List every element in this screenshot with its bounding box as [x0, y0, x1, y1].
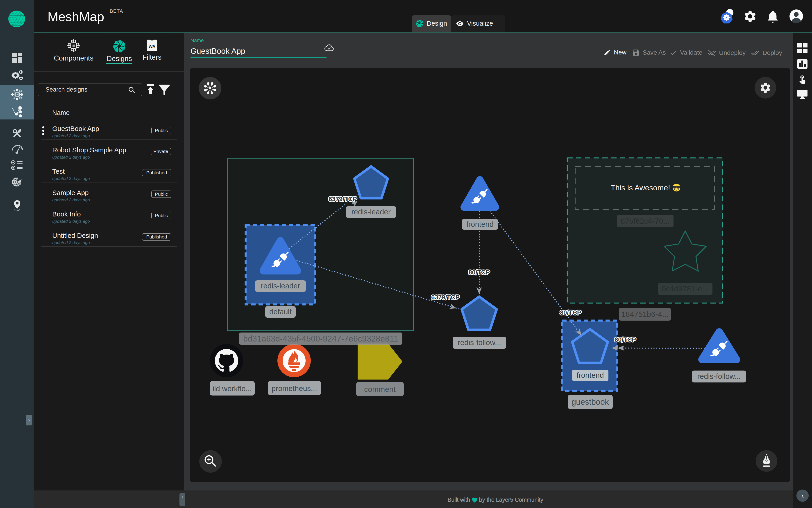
svg-text:comment: comment	[364, 385, 396, 393]
svg-text:bd31a63d-435f-4500-9247-7e6c93: bd31a63d-435f-4500-9247-7e6c9328e811	[243, 334, 398, 343]
svg-text:redis-leader: redis-leader	[261, 282, 300, 290]
svg-text:frontend: frontend	[466, 220, 494, 228]
svg-text:80/TCP: 80/TCP	[469, 269, 490, 276]
svg-text:80/TCP: 80/TCP	[560, 309, 581, 316]
svg-text:87bf62c4-70...: 87bf62c4-70...	[621, 217, 669, 225]
svg-text:guestbook: guestbook	[572, 397, 609, 407]
svg-text:0c4d9781-e...: 0c4d9781-e...	[662, 284, 708, 293]
svg-text:redis-leader: redis-leader	[351, 208, 390, 216]
svg-text:ild workflo...: ild workflo...	[212, 384, 252, 393]
svg-text:redis-follow...: redis-follow...	[458, 338, 501, 347]
svg-text:This is Awesome!: This is Awesome!	[611, 183, 670, 192]
svg-text:184751b6-4...: 184751b6-4...	[621, 310, 668, 319]
svg-text:default: default	[269, 307, 292, 316]
svg-text:frontend: frontend	[576, 371, 604, 379]
svg-text:redis-follow...: redis-follow...	[697, 372, 741, 380]
svg-text:WA: WA	[149, 44, 156, 49]
svg-text:80/TCP: 80/TCP	[615, 336, 636, 343]
svg-text:prometheus...: prometheus...	[272, 384, 317, 392]
svg-text:6379/TCP: 6379/TCP	[328, 196, 357, 203]
svg-text:6379/TCP: 6379/TCP	[431, 294, 460, 301]
